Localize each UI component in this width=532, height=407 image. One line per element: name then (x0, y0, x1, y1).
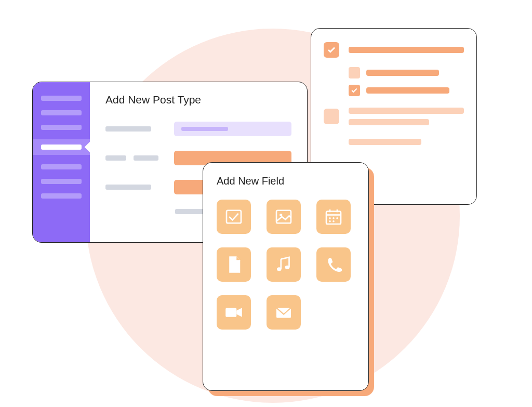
field-type-email[interactable] (267, 295, 301, 330)
checklist-item[interactable] (324, 108, 464, 125)
checklist-item[interactable] (349, 85, 464, 96)
sidebar (33, 82, 90, 242)
video-icon (223, 301, 245, 323)
svg-rect-14 (225, 308, 236, 317)
placeholder-bar (349, 47, 464, 53)
sidebar-item[interactable] (41, 110, 82, 115)
post-type-title: Add New Post Type (105, 94, 291, 106)
text-input[interactable] (174, 180, 205, 194)
field-type-audio[interactable] (267, 247, 301, 282)
placeholder-bar (366, 87, 449, 94)
svg-point-13 (285, 266, 290, 269)
file-icon (223, 254, 245, 275)
checkbox-checked-icon[interactable] (349, 85, 360, 96)
placeholder-bar (366, 70, 439, 76)
svg-point-8 (332, 217, 335, 219)
checkbox-unchecked-icon[interactable] (324, 109, 339, 124)
field-card: Add New Field (203, 162, 369, 391)
checkbox-checked-icon[interactable] (324, 42, 339, 58)
checklist-item[interactable] (324, 42, 464, 58)
sidebar-item[interactable] (41, 125, 82, 130)
svg-point-9 (336, 217, 338, 219)
field-type-file[interactable] (217, 247, 251, 282)
field-card-title: Add New Field (217, 175, 355, 187)
field-type-image[interactable] (267, 200, 301, 234)
svg-point-10 (329, 220, 331, 222)
placeholder-bar (349, 108, 464, 114)
checklist-subitems (324, 67, 464, 96)
field-type-date[interactable] (316, 200, 351, 234)
field-type-video[interactable] (217, 295, 251, 330)
field-type-grid (217, 200, 355, 330)
sidebar-item[interactable] (41, 193, 82, 199)
svg-point-12 (277, 267, 282, 271)
sidebar-item[interactable] (41, 164, 82, 169)
sidebar-item[interactable] (41, 179, 82, 184)
calendar-icon (323, 206, 344, 228)
form-label (105, 185, 163, 190)
svg-point-7 (329, 217, 331, 219)
placeholder-bar (349, 119, 429, 125)
form-row (105, 122, 291, 136)
music-icon (273, 254, 295, 275)
text-input[interactable] (174, 122, 291, 136)
phone-icon (323, 254, 344, 275)
email-icon (273, 301, 295, 323)
svg-point-11 (332, 220, 335, 222)
checkbox-icon (223, 206, 245, 228)
field-type-phone[interactable] (316, 247, 351, 282)
checklist-item (324, 139, 464, 145)
image-icon (273, 206, 295, 228)
sidebar-item-active[interactable] (33, 139, 90, 155)
sidebar-item[interactable] (41, 96, 82, 101)
svg-point-2 (280, 214, 282, 216)
svg-rect-0 (227, 211, 241, 224)
checklist-item[interactable] (349, 67, 464, 78)
form-label (105, 126, 163, 132)
form-label (105, 155, 163, 161)
field-type-checkbox[interactable] (217, 200, 251, 234)
checkbox-unchecked-icon[interactable] (349, 67, 360, 78)
placeholder-bar (349, 139, 421, 145)
